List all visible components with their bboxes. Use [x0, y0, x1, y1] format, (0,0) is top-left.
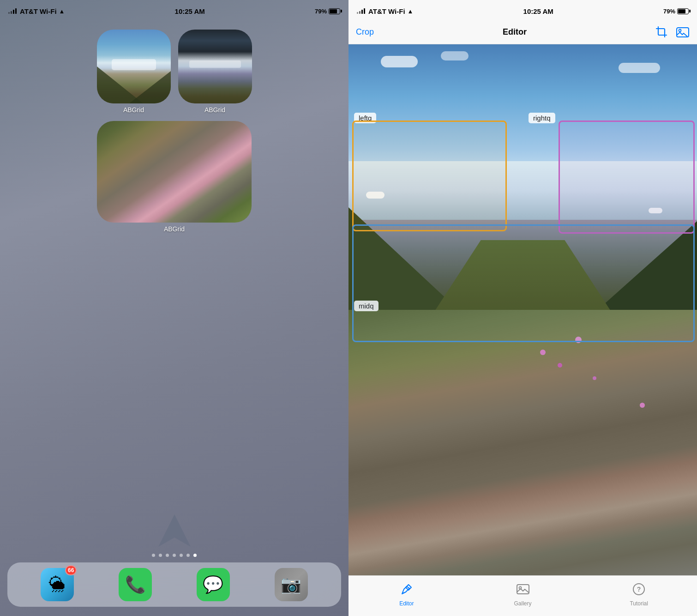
page-dot-6 — [186, 554, 190, 557]
tab-tutorial[interactable]: ? Tutorial — [581, 576, 697, 616]
gallery-tool-icon[interactable] — [676, 26, 690, 39]
left-phone-screen: AT&T Wi-Fi ▲ 10:25 AM 79% — [0, 0, 348, 616]
crop-button[interactable]: Crop — [356, 27, 374, 37]
right-battery-group: 79% — [663, 8, 689, 15]
cloud-2 — [441, 51, 469, 60]
phone-app-icon[interactable]: 📞 — [119, 568, 152, 601]
right-battery-pct: 79% — [663, 8, 675, 15]
nav-icon-group — [655, 26, 690, 39]
tab-tutorial-label: Tutorial — [630, 600, 648, 607]
page-dot-2 — [159, 554, 162, 557]
right-phone-screen: AT&T Wi-Fi ▲ 10:25 AM 79% Crop Editor — [348, 0, 697, 616]
app-item-abgrid-2[interactable]: ABGrid — [178, 30, 252, 114]
svg-point-2 — [679, 29, 681, 31]
cloud-3 — [619, 63, 660, 73]
page-dot-7 — [193, 554, 197, 557]
app-grid: ABGrid ABGrid ABGrid — [0, 20, 348, 242]
app-icon-abgrid-2[interactable] — [178, 30, 252, 103]
left-battery-group: 79% — [315, 8, 340, 15]
crop-box-bottom[interactable] — [352, 224, 695, 342]
weather-badge: 66 — [65, 565, 77, 575]
editor-nav: Crop Editor — [348, 20, 697, 44]
dock-area: 🌦 66 📞 💬 📷 — [0, 512, 348, 616]
tab-editor-label: Editor — [399, 600, 414, 607]
page-dots — [0, 554, 348, 557]
right-carrier-text: AT&T Wi-Fi — [368, 7, 405, 15]
wifi-icon: ▲ — [59, 8, 65, 15]
tab-editor[interactable]: Editor — [348, 576, 465, 616]
right-status-bar: AT&T Wi-Fi ▲ 10:25 AM 79% — [348, 0, 697, 20]
app-label-abgrid-2: ABGrid — [204, 106, 225, 114]
gallery-tab-icon — [516, 582, 530, 598]
editor-tab-icon — [399, 582, 414, 598]
right-wifi-icon: ▲ — [408, 8, 414, 15]
app-item-abgrid-1[interactable]: ABGrid — [97, 30, 171, 114]
tab-gallery[interactable]: Gallery — [465, 576, 581, 616]
right-signal-icon — [357, 8, 365, 14]
svg-rect-3 — [517, 585, 529, 594]
crop-box-left[interactable] — [352, 121, 507, 231]
page-dot-5 — [180, 554, 183, 557]
app-icon-abgrid-3[interactable] — [97, 121, 252, 223]
canvas-rocks-bg — [348, 310, 697, 575]
signal-icon — [8, 8, 17, 14]
crop-label-rightq: rightq — [529, 113, 555, 123]
camera-app-icon[interactable]: 📷 — [275, 568, 308, 601]
battery-icon — [329, 8, 340, 14]
left-battery-pct: 79% — [315, 8, 327, 15]
app-row-1: ABGrid ABGrid — [18, 30, 330, 114]
app-row-2: ABGrid — [18, 121, 330, 233]
crop-box-right[interactable] — [559, 121, 695, 234]
tab-gallery-label: Gallery — [514, 600, 532, 607]
page-dot-1 — [152, 554, 155, 557]
right-battery-icon — [677, 8, 689, 14]
app-label-abgrid-1: ABGrid — [123, 106, 144, 114]
editor-tabbar: Editor Gallery ? Tutorial — [348, 575, 697, 616]
dock-item-camera[interactable]: 📷 — [275, 568, 308, 601]
left-carrier-signal: AT&T Wi-Fi ▲ — [8, 7, 65, 15]
svg-text:?: ? — [637, 586, 641, 593]
crop-tool-icon[interactable] — [655, 26, 668, 39]
dock-item-weather[interactable]: 🌦 66 — [41, 568, 74, 601]
left-status-bar: AT&T Wi-Fi ▲ 10:25 AM 79% — [0, 0, 348, 20]
app-item-abgrid-3[interactable]: ABGrid — [97, 121, 252, 233]
app-icon-abgrid-1[interactable] — [97, 30, 171, 103]
dock: 🌦 66 📞 💬 📷 — [7, 562, 341, 607]
svg-marker-0 — [158, 514, 191, 547]
editor-canvas: leftq rightq midq — [348, 44, 697, 575]
editor-title: Editor — [503, 27, 527, 37]
page-dot-4 — [173, 554, 176, 557]
tutorial-tab-icon: ? — [631, 582, 646, 598]
dock-item-messages[interactable]: 💬 — [197, 568, 230, 601]
dock-item-phone[interactable]: 📞 — [119, 568, 152, 601]
messages-app-icon[interactable]: 💬 — [197, 568, 230, 601]
app-label-abgrid-3: ABGrid — [164, 225, 185, 233]
left-time: 10:25 AM — [175, 7, 205, 15]
cloud-1 — [381, 56, 418, 67]
page-dot-3 — [166, 554, 169, 557]
left-carrier-text: AT&T Wi-Fi — [20, 7, 57, 15]
svg-rect-1 — [677, 28, 689, 37]
right-carrier-signal: AT&T Wi-Fi ▲ — [357, 7, 413, 15]
right-time: 10:25 AM — [523, 7, 553, 15]
swipe-up-arrow — [0, 512, 348, 549]
